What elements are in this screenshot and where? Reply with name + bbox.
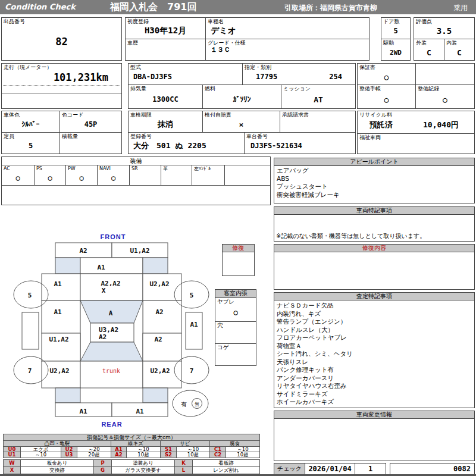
- appeal-item: エアバッグ: [274, 167, 474, 175]
- evaluation-score: 3.5: [414, 24, 474, 38]
- front-caption: FRONT: [101, 233, 126, 240]
- check-label: チェック: [274, 463, 305, 475]
- lot-number-cell: 出品番号 82: [1, 17, 122, 61]
- rear-corner-right: [143, 388, 168, 403]
- legend-desc: 10超: [176, 452, 210, 458]
- appeal-item: 衝突被害軽減ブレーキ: [274, 191, 474, 199]
- approval-cell: 承認請求書: [280, 111, 356, 133]
- spare-mark-ellipse: [173, 390, 208, 416]
- assessment-item: パンク修理キット有: [274, 366, 474, 374]
- appeal-points-header: アピールポイント: [274, 158, 475, 166]
- repair-mark-header: 修復: [222, 244, 255, 252]
- damage-fender-fl: A1: [54, 280, 62, 288]
- wheel-rl-size: 7: [28, 367, 32, 375]
- damage-fender-rl: U2,A2: [49, 367, 69, 375]
- front-corner-right: [143, 258, 168, 274]
- equipment-cell-ac: AC ○: [1, 165, 35, 186]
- circle-mark: ○: [358, 70, 415, 84]
- assessment-item: サイドミラーキズ: [274, 390, 474, 399]
- damage-fender-fr: U2,A2: [149, 280, 169, 288]
- assessment-item: 荷物室Ａ: [274, 342, 474, 350]
- car-damage-diagram: FRONT REAR A2 U1,A2 A1 A1 A2,A2 X U2,A2 …: [0, 231, 214, 436]
- equipment-cell-ps: PS ○: [34, 165, 66, 186]
- assessment-item: アンダーカバースリ: [274, 374, 474, 383]
- mileage-value: 101,231km: [2, 70, 121, 85]
- damage-roof-b: A2: [99, 333, 107, 341]
- legend-desc: 10超: [126, 452, 161, 458]
- right-sill-panel: [186, 312, 202, 349]
- maintenance-record-cell: 整備記録 ○: [415, 84, 475, 109]
- hood-panel: [80, 258, 143, 274]
- wheel-fl-size: 5: [28, 292, 32, 299]
- capacity-cell: 定員 5: [1, 132, 60, 154]
- chassis-no-cell: 車台番号 DJ3FS-521634: [244, 132, 356, 154]
- change-info-body: [274, 418, 475, 461]
- damage-front-bumper-r: U1,A2: [130, 247, 149, 255]
- equipment-header: 装備: [1, 156, 271, 165]
- check-date-cell: 2026/01/04: [305, 463, 355, 475]
- check-count-cell: 1: [355, 463, 386, 475]
- equipment-cell-leather: 革: [161, 165, 192, 186]
- divider: [3, 85, 120, 86]
- equipment-cell-navi: NAVI ○: [97, 165, 130, 186]
- appeal-item: プッシュスタート: [274, 183, 474, 191]
- blank-cell: [415, 63, 475, 85]
- legend-code: A2: [111, 452, 127, 458]
- front-door-right-panel: [143, 300, 181, 333]
- load-capacity-cell: 積載量: [60, 132, 122, 154]
- doors-cell: ドア数 5: [381, 17, 411, 39]
- legend-desc: レンズ割れ: [192, 466, 260, 474]
- legend-code: C2: [209, 452, 226, 458]
- assessment-item: ハンドルスレ（大）: [274, 326, 474, 334]
- rear-caption: REAR: [101, 421, 122, 428]
- displacement-cell: 排気量 1300CC: [128, 84, 203, 109]
- wheel-rr-size: 7: [190, 367, 194, 375]
- damage-hood: A1: [97, 264, 105, 271]
- change-info-header: 車両変更情報: [274, 411, 475, 419]
- circle-mark: ○: [358, 91, 415, 108]
- assessment-item: シート汚れ、シミ、ヘタリ: [274, 350, 474, 358]
- damage-door-rr: A2: [154, 336, 162, 343]
- legend-desc: 交換跡: [20, 466, 94, 474]
- color-code-cell: 色コード 45P: [60, 111, 122, 133]
- damage-fender-rr: U2,A2: [150, 367, 170, 375]
- front-door-left-panel: [42, 300, 80, 333]
- cabin-lining-hole-cell: 穴: [215, 321, 256, 344]
- notes-footnote: ※記載のない書類・機器等は無しとして取り扱います。: [276, 232, 425, 240]
- assessment-item: ナビＳＤカード欠品: [274, 302, 474, 310]
- recycle-fee-cell: リサイクル料 預託済 10,040円: [357, 111, 475, 134]
- appeal-item: ABS: [274, 175, 474, 183]
- legend-desc: 10超: [226, 452, 260, 458]
- interior-grade-cell: 内装 C: [444, 39, 475, 61]
- body-color-cell: 車体色 ｼﾙﾊﾞｰ: [1, 111, 60, 133]
- equipment-cell-sr: SR: [129, 165, 161, 186]
- class-cell: 指定・類別 17795 254: [242, 63, 356, 85]
- assessment-item: 内装汚れ、キズ: [274, 310, 474, 318]
- left-sill-panel: [22, 312, 39, 349]
- rear-window-panel: [80, 342, 143, 361]
- damage-door-fr: A2: [155, 308, 163, 316]
- spare-no-label: 無: [195, 402, 199, 407]
- insurance-cell: 検付自賠責 ×: [202, 111, 280, 133]
- damage-cowl-b: X: [102, 287, 106, 295]
- assessment-item: 警告ランプ（エンジン）: [274, 318, 474, 326]
- assessment-item: ホイールカバーキズ: [274, 398, 474, 406]
- x-mark: ×: [203, 117, 280, 131]
- damage-sill-r: A1: [190, 321, 198, 328]
- cabin-lining-header: 客室内張: [215, 289, 256, 298]
- repair-mark-body: [222, 252, 255, 276]
- damage-rear-bumper-r: A1: [136, 408, 144, 415]
- rear-corner-left: [55, 388, 80, 403]
- damage-door-rl: U1,A2: [49, 336, 68, 343]
- legend-desc: 20超: [77, 452, 111, 458]
- score-cell: 評価点 3.5: [414, 17, 475, 39]
- legend-code: S2: [160, 452, 177, 458]
- maintenance-book-cell: 整備手帳 ○: [357, 84, 416, 109]
- equipment-cell-lhd: 左ﾊﾝﾄﾞﾙ: [192, 165, 225, 186]
- registration-no-cell: 登録番号 大分 501 ぬ 2205: [128, 132, 245, 154]
- trunk-panel: [80, 361, 143, 388]
- brand-logo: Condition Check: [5, 2, 76, 11]
- history-cell: 車歴: [125, 39, 206, 61]
- equipment-cell-pw: PW ○: [65, 165, 98, 186]
- legend-code: U3: [61, 452, 77, 458]
